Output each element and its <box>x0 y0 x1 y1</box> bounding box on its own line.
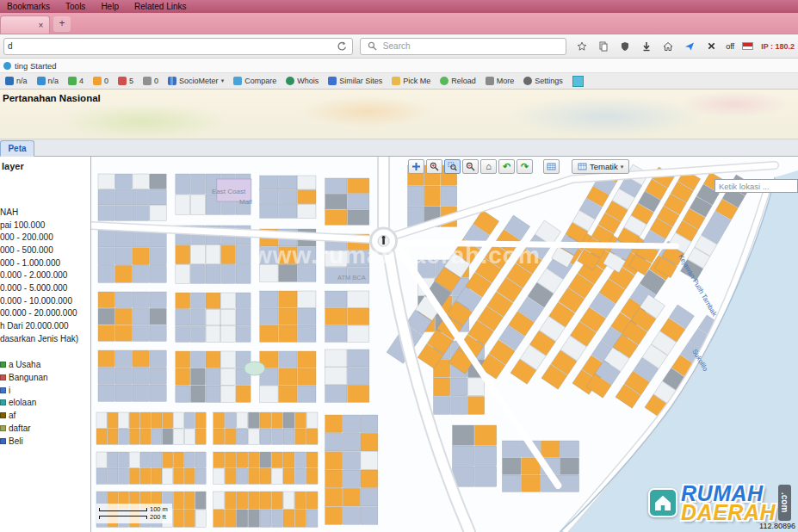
legend-item[interactable]: daftar <box>0 422 90 435</box>
addon-rank-1[interactable]: n/a <box>5 77 28 85</box>
menu-bookmarks[interactable]: Bookmarks <box>7 2 50 11</box>
url-text: d <box>8 41 335 51</box>
legend-swatch-icon <box>0 399 6 405</box>
map-toolbar: ⌂ ↶ ↷ Tematik ▾ <box>408 159 629 174</box>
scale-bar: 100 m 200 ft <box>96 504 172 523</box>
legend-swatch-icon <box>0 438 6 444</box>
basemap-grid-button[interactable] <box>543 159 560 174</box>
addon-label: More <box>497 77 515 85</box>
map-label-atm: ATM BCA <box>337 274 366 281</box>
home-icon[interactable] <box>661 40 675 53</box>
zoom-out-button[interactable] <box>462 159 479 174</box>
legend-item[interactable]: elolaan <box>0 397 90 410</box>
legend-item[interactable]: 000 - 200.000 <box>0 231 90 244</box>
addon-icon <box>143 77 152 85</box>
addon-pick-me[interactable]: Pick Me <box>392 77 430 85</box>
shield-icon[interactable] <box>618 40 632 53</box>
zoom-in-button[interactable] <box>426 159 442 174</box>
legend-item[interactable]: af <box>0 409 90 422</box>
legend-item[interactable]: 0.000 - 5.000.000 <box>0 281 90 294</box>
bookmarks-bar: ting Started <box>0 59 798 73</box>
menubar: Bookmarks Tools Help Related Links <box>0 0 798 13</box>
send-plane-icon[interactable] <box>683 40 696 53</box>
map-label-east-coast: East Coast <box>212 188 245 195</box>
tab-peta[interactable]: Peta <box>0 140 34 157</box>
addon-label: SocioMeter <box>179 77 219 85</box>
legend-item[interactable]: NAH <box>0 206 90 219</box>
browser-tab[interactable]: × <box>0 15 50 34</box>
house-icon <box>648 488 677 517</box>
addon-count-2[interactable]: 0 <box>93 77 108 85</box>
legend-label: Beli <box>9 436 23 446</box>
search-bar[interactable] <box>360 38 566 55</box>
scale-line <box>99 508 147 511</box>
legend-item[interactable]: 00.000 - 20.000.000 <box>0 307 90 320</box>
new-tab-button[interactable]: + <box>53 16 71 32</box>
download-arrow-icon[interactable] <box>640 40 653 53</box>
menu-related-links[interactable]: Related Links <box>134 2 187 11</box>
legend-item[interactable]: i <box>0 384 90 397</box>
map-watermark: www.rumahdaerah.com <box>253 242 541 269</box>
url-bar[interactable]: d <box>3 38 353 55</box>
logo-text-bottom: DAERAH <box>681 503 776 522</box>
globe-icon <box>286 77 294 85</box>
addon-button[interactable] <box>572 76 584 87</box>
scale-imperial-label: 200 ft <box>150 513 166 521</box>
addon-compare[interactable]: Compare <box>233 77 276 85</box>
ip-label: IP : 180.2 <box>761 42 795 51</box>
addon-whois[interactable]: Whois <box>286 77 319 85</box>
addon-similar-sites[interactable]: Similar Sites <box>328 77 382 85</box>
legend-item[interactable]: pai 100.000 <box>0 219 90 232</box>
legend-label: elolaan <box>9 398 36 407</box>
legend-item[interactable]: dasarkan Jenis Hak) <box>0 332 90 345</box>
legend-item[interactable]: Bangunan <box>0 371 90 384</box>
menu-tools[interactable]: Tools <box>65 2 85 11</box>
map-viewport[interactable]: ⌂ ↶ ↷ Tematik ▾ East Coast Mall ATM BCA … <box>91 157 798 532</box>
legend-item[interactable]: 0.000 - 2.000.000 <box>0 269 90 281</box>
off-label: off <box>726 42 734 51</box>
legend-item[interactable]: Beli <box>0 435 90 448</box>
legend-item[interactable]: 000 - 1.000.000 <box>0 257 90 269</box>
addon-icon <box>328 77 337 85</box>
tab-close-button[interactable]: × <box>36 21 46 30</box>
legend-item[interactable]: 0.000 - 10.000.000 <box>0 294 90 307</box>
addon-label: Compare <box>244 77 276 85</box>
menu-help[interactable]: Help <box>101 2 119 11</box>
close-x-icon[interactable] <box>704 40 718 53</box>
logo-dotcom-badge: .com <box>778 485 791 520</box>
location-search-input[interactable] <box>714 179 798 193</box>
reload-icon[interactable] <box>335 40 349 53</box>
chevron-down-icon: ▾ <box>221 77 225 84</box>
bookmark-getting-started[interactable]: ting Started <box>15 61 57 71</box>
bar-chart-icon <box>168 77 176 85</box>
legend-swatch-icon <box>0 425 6 431</box>
full-extent-button[interactable]: ⌂ <box>480 159 497 174</box>
addon-label: 4 <box>79 77 84 85</box>
search-input[interactable] <box>383 41 560 51</box>
previous-extent-button[interactable]: ↶ <box>498 159 515 174</box>
bookmark-star-icon[interactable] <box>575 40 589 53</box>
legend-item[interactable]: a Usaha <box>0 359 90 372</box>
zoom-window-button[interactable] <box>444 159 461 174</box>
addon-count-1[interactable]: 4 <box>68 77 84 85</box>
tematik-dropdown[interactable]: Tematik ▾ <box>572 159 629 174</box>
addon-reload[interactable]: Reload <box>440 77 476 85</box>
legend-swatch-icon <box>0 387 6 393</box>
addon-sociometer[interactable]: SocioMeter▾ <box>168 77 224 85</box>
copy-pages-icon[interactable] <box>597 40 610 53</box>
addon-count-3[interactable]: 5 <box>118 77 133 85</box>
addon-label: n/a <box>16 77 28 85</box>
addon-settings[interactable]: Settings <box>523 77 563 85</box>
legend-swatch-icon <box>0 374 6 380</box>
next-extent-button[interactable]: ↷ <box>517 159 533 174</box>
addon-rank-2[interactable]: n/a <box>37 77 59 85</box>
addon-more[interactable]: More <box>486 77 515 85</box>
legend-label: daftar <box>9 424 31 433</box>
legend-item[interactable]: h Dari 20.000.000 <box>0 319 90 332</box>
redo-arrow-icon: ↷ <box>521 162 529 171</box>
pan-button[interactable] <box>408 159 424 174</box>
map-canvas[interactable] <box>91 157 798 532</box>
addon-count-4[interactable]: 0 <box>143 77 158 85</box>
legend-label: a Usaha <box>9 360 40 369</box>
legend-item[interactable]: 000 - 500.000 <box>0 244 90 257</box>
